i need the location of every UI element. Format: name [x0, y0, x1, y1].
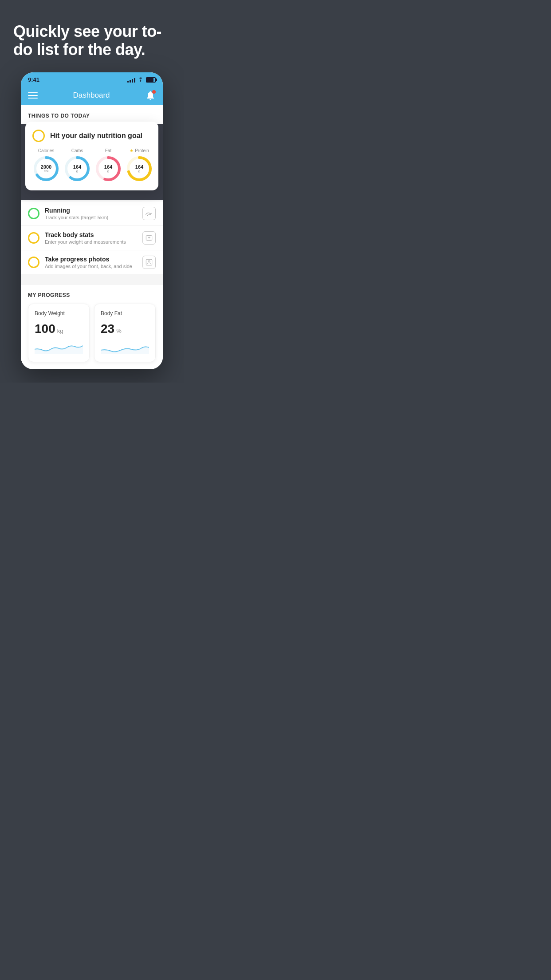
- body-fat-sparkline: [101, 340, 149, 354]
- body-fat-card: Body Fat 23 %: [94, 304, 156, 362]
- running-icon: [142, 207, 156, 220]
- menu-line-2: [28, 95, 38, 96]
- signal-bar-1: [127, 81, 129, 83]
- fat-donut: 164 g: [94, 155, 122, 182]
- nav-title: Dashboard: [73, 91, 110, 100]
- list-item-photos[interactable]: Take progress photos Add images of your …: [21, 250, 163, 274]
- calories-label: Calories: [38, 148, 55, 153]
- list-item-running[interactable]: Running Track your stats (target: 5km): [21, 202, 163, 226]
- nutrition-protein: ★ Protein 164 g: [126, 148, 153, 182]
- signal-bar-3: [132, 79, 133, 83]
- menu-line-1: [28, 92, 38, 93]
- calories-value-text: 2000 cal: [41, 164, 51, 173]
- svg-point-13: [148, 261, 150, 262]
- things-to-do-title: THINGS TO DO TODAY: [28, 113, 90, 119]
- body-weight-value-row: 100 kg: [35, 322, 83, 336]
- things-to-do-header: THINGS TO DO TODAY: [21, 105, 163, 124]
- nutrition-grid: Calories 2000 cal: [32, 148, 151, 182]
- notification-badge: [152, 90, 156, 94]
- menu-button[interactable]: [28, 92, 38, 99]
- body-stats-title: Track body stats: [45, 231, 137, 238]
- progress-section-title: MY PROGRESS: [28, 292, 156, 298]
- todo-list: Running Track your stats (target: 5km): [21, 202, 163, 274]
- nutrition-card-title: Hit your daily nutrition goal: [50, 132, 142, 140]
- body-weight-unit: kg: [57, 328, 63, 334]
- hero-title: Quickly see your to-do list for the day.: [13, 22, 170, 59]
- protein-donut: 164 g: [126, 155, 153, 182]
- running-check-circle: [28, 208, 39, 219]
- nutrition-calories: Calories 2000 cal: [32, 148, 60, 182]
- status-bar: 9:41: [21, 72, 163, 86]
- person-icon: [142, 256, 156, 269]
- nutrition-card: Hit your daily nutrition goal Calories: [25, 122, 158, 190]
- nutrition-fat: Fat 164 g: [94, 148, 122, 182]
- running-title: Running: [45, 207, 137, 214]
- signal-bar-4: [134, 78, 135, 83]
- my-progress-section: MY PROGRESS Body Weight 100 kg: [21, 285, 163, 369]
- signal-bar-2: [130, 80, 131, 83]
- photos-title: Take progress photos: [45, 256, 137, 263]
- card-header: Hit your daily nutrition goal: [32, 130, 151, 142]
- body-stats-subtitle: Enter your weight and measurements: [45, 239, 137, 245]
- spacer: [21, 274, 163, 281]
- nutrition-check-circle[interactable]: [32, 130, 45, 142]
- body-stats-text: Track body stats Enter your weight and m…: [45, 231, 137, 245]
- carbs-label: Carbs: [71, 148, 83, 153]
- hero-section: Quickly see your to-do list for the day.: [0, 0, 184, 72]
- list-item-body-stats[interactable]: Track body stats Enter your weight and m…: [21, 226, 163, 250]
- page-wrapper: Quickly see your to-do list for the day.…: [0, 0, 184, 383]
- wifi-icon: [138, 77, 144, 83]
- battery-icon: [146, 77, 156, 83]
- body-fat-title: Body Fat: [101, 310, 149, 316]
- nutrition-carbs: Carbs 164 g: [63, 148, 91, 182]
- status-icons: [127, 77, 156, 83]
- body-fat-unit: %: [116, 328, 122, 334]
- body-weight-value: 100: [35, 322, 55, 336]
- nav-bar: Dashboard: [21, 86, 163, 105]
- photos-check-circle: [28, 257, 39, 268]
- scale-icon: [142, 231, 156, 245]
- protein-star-icon: ★: [130, 148, 134, 153]
- progress-grid: Body Weight 100 kg Body Fat: [28, 304, 156, 362]
- protein-value-text: 164 g: [135, 164, 143, 173]
- running-subtitle: Track your stats (target: 5km): [45, 215, 137, 220]
- photos-subtitle: Add images of your front, back, and side: [45, 264, 137, 269]
- calories-donut: 2000 cal: [32, 155, 60, 182]
- body-fat-value: 23: [101, 322, 114, 336]
- menu-line-3: [28, 98, 38, 99]
- body-weight-card: Body Weight 100 kg: [28, 304, 90, 362]
- app-content: THINGS TO DO TODAY Hit your daily nutrit…: [21, 105, 163, 369]
- phone-mockup: 9:41: [21, 72, 163, 369]
- signal-bars-icon: [127, 77, 135, 83]
- notification-button[interactable]: [145, 90, 156, 101]
- photos-text: Take progress photos Add images of your …: [45, 256, 137, 269]
- fat-value-text: 164 g: [104, 164, 112, 173]
- fat-label: Fat: [105, 148, 111, 153]
- battery-fill: [147, 78, 153, 82]
- carbs-donut: 164 g: [63, 155, 91, 182]
- svg-point-0: [140, 81, 141, 82]
- running-text: Running Track your stats (target: 5km): [45, 207, 137, 220]
- carbs-value-text: 164 g: [73, 164, 81, 173]
- protein-label: ★ Protein: [130, 148, 149, 153]
- body-weight-sparkline: [35, 340, 83, 354]
- body-fat-value-row: 23 %: [101, 322, 149, 336]
- body-weight-title: Body Weight: [35, 310, 83, 316]
- body-stats-check-circle: [28, 232, 39, 244]
- status-time: 9:41: [28, 76, 39, 83]
